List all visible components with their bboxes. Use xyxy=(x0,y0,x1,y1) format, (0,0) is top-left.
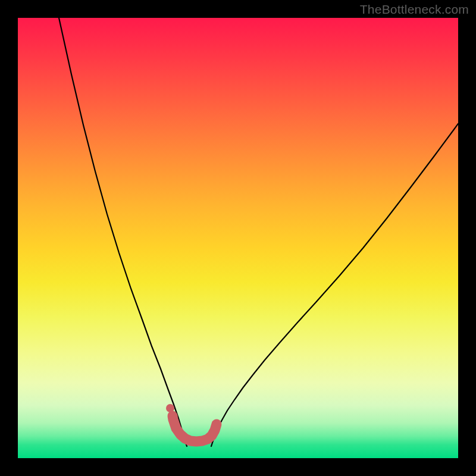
curve-layer xyxy=(18,18,458,458)
marker-lone-dot xyxy=(166,404,174,412)
right-curve-path xyxy=(211,124,458,446)
watermark-text: TheBottleneck.com xyxy=(360,2,469,17)
chart-stage: TheBottleneck.com xyxy=(0,0,476,476)
marker-group xyxy=(166,404,217,441)
left-curve-path xyxy=(59,18,187,446)
plot-area xyxy=(18,18,458,458)
